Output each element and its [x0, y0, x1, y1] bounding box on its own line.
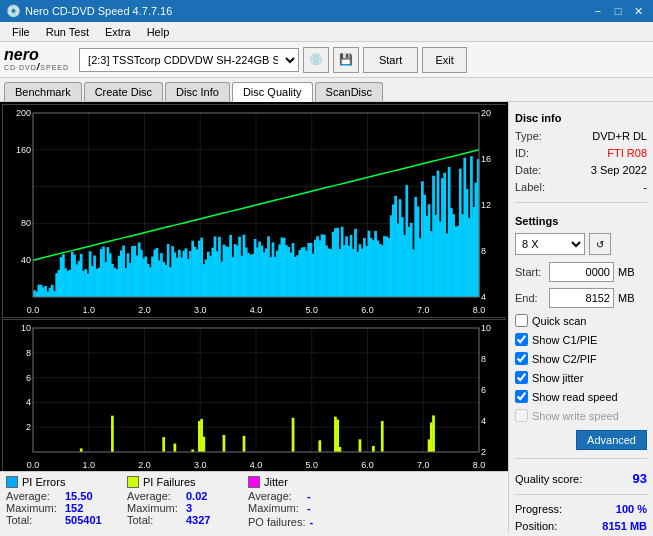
- progress-label: Progress:: [515, 503, 562, 515]
- disc-label-row: Label: -: [515, 181, 647, 193]
- jitter-box: [248, 476, 260, 488]
- progress-value: 100 %: [616, 503, 647, 515]
- close-button[interactable]: ✕: [629, 2, 647, 20]
- speed-settings-row: 8 X ↺: [515, 233, 647, 255]
- pi-errors-max-row: Maximum: 152: [6, 502, 115, 514]
- disc-type-row: Type: DVD+R DL: [515, 130, 647, 142]
- save-icon-btn[interactable]: 💾: [333, 47, 359, 73]
- title-bar-title: 💿 Nero CD-DVD Speed 4.7.7.16: [6, 4, 172, 18]
- toolbar: nero CD·DVD/SPEED [2:3] TSSTcorp CDDVDW …: [0, 42, 653, 78]
- show-c2pif-checkbox[interactable]: [515, 352, 528, 365]
- quick-scan-row: Quick scan: [515, 314, 647, 327]
- stats-region: PI Errors Average: 15.50 Maximum: 152 To…: [0, 471, 508, 532]
- show-c1pie-checkbox[interactable]: [515, 333, 528, 346]
- pi-failures-total-row: Total: 4327: [127, 514, 236, 526]
- start-input[interactable]: [549, 262, 614, 282]
- pi-failures-max-row: Maximum: 3: [127, 502, 236, 514]
- pi-errors-label: PI Errors: [22, 476, 65, 488]
- show-jitter-row: Show jitter: [515, 371, 647, 384]
- tab-create-disc[interactable]: Create Disc: [84, 82, 163, 101]
- pi-failures-avg-label: Average:: [127, 490, 182, 502]
- left-side: PI Errors Average: 15.50 Maximum: 152 To…: [0, 102, 508, 532]
- disc-icon-btn[interactable]: 💿: [303, 47, 329, 73]
- jitter-max-row: Maximum: -: [248, 502, 359, 514]
- pi-failures-legend: PI Failures: [127, 476, 236, 488]
- disc-id-row: ID: FTI R08: [515, 147, 647, 159]
- nero-logo: nero CD·DVD/SPEED: [4, 47, 69, 72]
- pi-failures-group: PI Failures Average: 0.02 Maximum: 3 Tot…: [127, 476, 236, 528]
- pi-errors-avg-value: 15.50: [65, 490, 115, 502]
- show-write-speed-label: Show write speed: [532, 410, 619, 422]
- start-label: Start:: [515, 266, 545, 278]
- start-unit: MB: [618, 266, 635, 278]
- show-write-speed-row: Show write speed: [515, 409, 647, 422]
- tab-disc-quality[interactable]: Disc Quality: [232, 82, 313, 102]
- title-bar: 💿 Nero CD-DVD Speed 4.7.7.16 − □ ✕: [0, 0, 653, 22]
- tab-scan-disc[interactable]: ScanDisc: [315, 82, 383, 101]
- pi-errors-max-value: 152: [65, 502, 115, 514]
- pi-failures-avg-value: 0.02: [186, 490, 236, 502]
- po-failures-value: -: [309, 516, 359, 528]
- quick-scan-checkbox[interactable]: [515, 314, 528, 327]
- show-write-speed-checkbox: [515, 409, 528, 422]
- refresh-icon-btn[interactable]: ↺: [589, 233, 611, 255]
- tab-disc-info[interactable]: Disc Info: [165, 82, 230, 101]
- jitter-group: Jitter Average: - Maximum: - PO failures…: [248, 476, 359, 528]
- maximize-button[interactable]: □: [609, 2, 627, 20]
- show-c2pif-row: Show C2/PIF: [515, 352, 647, 365]
- pi-errors-box: [6, 476, 18, 488]
- jitter-legend: Jitter: [248, 476, 359, 488]
- settings-section-label: Settings: [515, 215, 647, 227]
- menu-run-test[interactable]: Run Test: [38, 25, 97, 39]
- po-failures-row: PO failures: -: [248, 516, 359, 528]
- show-c2pif-label: Show C2/PIF: [532, 353, 597, 365]
- end-input[interactable]: [549, 288, 614, 308]
- pi-failures-box: [127, 476, 139, 488]
- show-read-speed-row: Show read speed: [515, 390, 647, 403]
- quality-score: 93: [633, 471, 647, 486]
- menu-help[interactable]: Help: [139, 25, 178, 39]
- show-read-speed-checkbox[interactable]: [515, 390, 528, 403]
- quality-label: Quality score:: [515, 473, 582, 485]
- title-bar-controls: − □ ✕: [589, 2, 647, 20]
- po-failures-label: PO failures:: [248, 516, 305, 528]
- pi-errors-legend: PI Errors: [6, 476, 115, 488]
- menu-extra[interactable]: Extra: [97, 25, 139, 39]
- disc-label-value: -: [643, 181, 647, 193]
- show-jitter-checkbox[interactable]: [515, 371, 528, 384]
- disc-date-row: Date: 3 Sep 2022: [515, 164, 647, 176]
- end-unit: MB: [618, 292, 635, 304]
- right-panel: Disc info Type: DVD+R DL ID: FTI R08 Dat…: [508, 102, 653, 532]
- show-c1pie-row: Show C1/PIE: [515, 333, 647, 346]
- pi-errors-avg-row: Average: 15.50: [6, 490, 115, 502]
- pi-failures-total-label: Total:: [127, 514, 182, 526]
- exit-button[interactable]: Exit: [422, 47, 467, 73]
- pi-failures-label: PI Failures: [143, 476, 196, 488]
- menu-bar: File Run Test Extra Help: [0, 22, 653, 42]
- pi-errors-avg-label: Average:: [6, 490, 61, 502]
- quick-scan-label: Quick scan: [532, 315, 586, 327]
- start-row: Start: MB: [515, 262, 647, 282]
- minimize-button[interactable]: −: [589, 2, 607, 20]
- pi-errors-max-label: Maximum:: [6, 502, 61, 514]
- speed-select[interactable]: 8 X: [515, 233, 585, 255]
- tab-benchmark[interactable]: Benchmark: [4, 82, 82, 101]
- charts-stats-panel: PI Errors Average: 15.50 Maximum: 152 To…: [0, 102, 653, 532]
- position-label: Position:: [515, 520, 557, 532]
- position-row: Position: 8151 MB: [515, 520, 647, 532]
- disc-type-label: Type:: [515, 130, 542, 142]
- divider-1: [515, 202, 647, 203]
- end-label: End:: [515, 292, 545, 304]
- menu-file[interactable]: File: [4, 25, 38, 39]
- pi-failures-max-label: Maximum:: [127, 502, 182, 514]
- show-read-speed-label: Show read speed: [532, 391, 618, 403]
- pi-failures-max-value: 3: [186, 502, 236, 514]
- drive-select[interactable]: [2:3] TSSTcorp CDDVDW SH-224GB SB00: [79, 48, 299, 72]
- pi-errors-total-value: 505401: [65, 514, 115, 526]
- start-button[interactable]: Start: [363, 47, 418, 73]
- disc-id-value: FTI R08: [607, 147, 647, 159]
- advanced-button[interactable]: Advanced: [576, 430, 647, 450]
- charts-region: [0, 102, 508, 471]
- disc-date-value: 3 Sep 2022: [591, 164, 647, 176]
- progress-row: Progress: 100 %: [515, 503, 647, 515]
